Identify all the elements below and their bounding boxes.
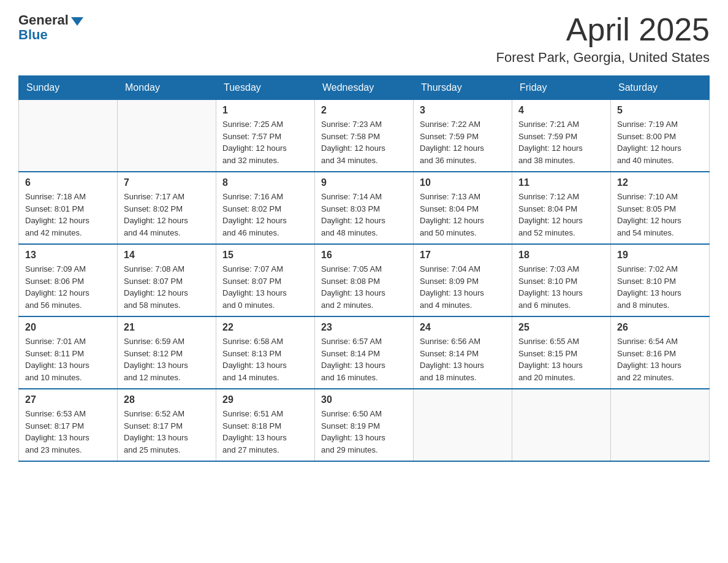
day-number: 2 <box>321 105 407 116</box>
day-number: 22 <box>222 322 308 333</box>
day-info: Sunrise: 7:10 AMSunset: 8:05 PMDaylight:… <box>617 191 703 239</box>
table-row: 26Sunrise: 6:54 AMSunset: 8:16 PMDayligh… <box>611 316 710 389</box>
day-number: 4 <box>518 105 604 116</box>
day-number: 28 <box>124 394 210 405</box>
day-info: Sunrise: 7:08 AMSunset: 8:07 PMDaylight:… <box>124 263 210 311</box>
table-row: 29Sunrise: 6:51 AMSunset: 8:18 PMDayligh… <box>216 389 315 461</box>
day-info: Sunrise: 6:50 AMSunset: 8:19 PMDaylight:… <box>321 408 407 456</box>
day-info: Sunrise: 7:25 AMSunset: 7:57 PMDaylight:… <box>222 118 308 166</box>
table-row: 15Sunrise: 7:07 AMSunset: 8:07 PMDayligh… <box>216 244 315 316</box>
day-number: 13 <box>25 250 111 261</box>
day-info: Sunrise: 7:13 AMSunset: 8:04 PMDaylight:… <box>420 191 506 239</box>
logo: General Blue <box>18 12 83 43</box>
title-block: April 2025 Forest Park, Georgia, United … <box>496 12 710 66</box>
day-info: Sunrise: 7:02 AMSunset: 8:10 PMDaylight:… <box>617 263 703 311</box>
day-number: 26 <box>617 322 703 333</box>
day-info: Sunrise: 7:03 AMSunset: 8:10 PMDaylight:… <box>518 263 604 311</box>
table-row: 23Sunrise: 6:57 AMSunset: 8:14 PMDayligh… <box>315 316 414 389</box>
day-info: Sunrise: 7:22 AMSunset: 7:59 PMDaylight:… <box>420 118 506 166</box>
day-info: Sunrise: 7:14 AMSunset: 8:03 PMDaylight:… <box>321 191 407 239</box>
table-row: 5Sunrise: 7:19 AMSunset: 8:00 PMDaylight… <box>611 100 710 172</box>
calendar-week-row: 1Sunrise: 7:25 AMSunset: 7:57 PMDaylight… <box>19 100 710 172</box>
table-row: 30Sunrise: 6:50 AMSunset: 8:19 PMDayligh… <box>315 389 414 461</box>
page-header: General Blue April 2025 Forest Park, Geo… <box>18 12 710 66</box>
day-info: Sunrise: 7:18 AMSunset: 8:01 PMDaylight:… <box>25 191 111 239</box>
page-title: April 2025 <box>496 12 710 47</box>
day-number: 20 <box>25 322 111 333</box>
day-number: 25 <box>518 322 604 333</box>
page-subtitle: Forest Park, Georgia, United States <box>496 50 710 66</box>
calendar-week-row: 27Sunrise: 6:53 AMSunset: 8:17 PMDayligh… <box>19 389 710 461</box>
table-row: 3Sunrise: 7:22 AMSunset: 7:59 PMDaylight… <box>414 100 512 172</box>
calendar-header-row: Sunday Monday Tuesday Wednesday Thursday… <box>19 76 710 100</box>
table-row <box>512 389 611 461</box>
day-number: 10 <box>420 177 506 188</box>
day-number: 27 <box>25 394 111 405</box>
day-info: Sunrise: 6:53 AMSunset: 8:17 PMDaylight:… <box>25 408 111 456</box>
day-info: Sunrise: 7:04 AMSunset: 8:09 PMDaylight:… <box>420 263 506 311</box>
day-info: Sunrise: 7:17 AMSunset: 8:02 PMDaylight:… <box>124 191 210 239</box>
day-info: Sunrise: 7:16 AMSunset: 8:02 PMDaylight:… <box>222 191 308 239</box>
table-row: 4Sunrise: 7:21 AMSunset: 7:59 PMDaylight… <box>512 100 611 172</box>
table-row: 17Sunrise: 7:04 AMSunset: 8:09 PMDayligh… <box>414 244 512 316</box>
day-number: 9 <box>321 177 407 188</box>
col-sunday: Sunday <box>19 76 118 100</box>
table-row: 27Sunrise: 6:53 AMSunset: 8:17 PMDayligh… <box>19 389 118 461</box>
day-info: Sunrise: 7:12 AMSunset: 8:04 PMDaylight:… <box>518 191 604 239</box>
day-info: Sunrise: 7:07 AMSunset: 8:07 PMDaylight:… <box>222 263 308 311</box>
day-number: 16 <box>321 250 407 261</box>
day-number: 3 <box>420 105 506 116</box>
day-info: Sunrise: 7:23 AMSunset: 7:58 PMDaylight:… <box>321 118 407 166</box>
day-number: 21 <box>124 322 210 333</box>
col-saturday: Saturday <box>611 76 710 100</box>
table-row <box>118 100 216 172</box>
day-number: 1 <box>222 105 308 116</box>
col-thursday: Thursday <box>414 76 512 100</box>
day-number: 17 <box>420 250 506 261</box>
day-number: 24 <box>420 322 506 333</box>
day-number: 19 <box>617 250 703 261</box>
table-row <box>19 100 118 172</box>
day-info: Sunrise: 6:57 AMSunset: 8:14 PMDaylight:… <box>321 335 407 383</box>
table-row: 13Sunrise: 7:09 AMSunset: 8:06 PMDayligh… <box>19 244 118 316</box>
calendar-table: Sunday Monday Tuesday Wednesday Thursday… <box>18 75 710 462</box>
table-row: 14Sunrise: 7:08 AMSunset: 8:07 PMDayligh… <box>118 244 216 316</box>
day-info: Sunrise: 6:58 AMSunset: 8:13 PMDaylight:… <box>222 335 308 383</box>
day-number: 14 <box>124 250 210 261</box>
day-info: Sunrise: 7:01 AMSunset: 8:11 PMDaylight:… <box>25 335 111 383</box>
day-number: 29 <box>222 394 308 405</box>
table-row: 18Sunrise: 7:03 AMSunset: 8:10 PMDayligh… <box>512 244 611 316</box>
day-info: Sunrise: 7:09 AMSunset: 8:06 PMDaylight:… <box>25 263 111 311</box>
day-info: Sunrise: 6:52 AMSunset: 8:17 PMDaylight:… <box>124 408 210 456</box>
day-number: 11 <box>518 177 604 188</box>
day-number: 6 <box>25 177 111 188</box>
day-number: 5 <box>617 105 703 116</box>
table-row: 19Sunrise: 7:02 AMSunset: 8:10 PMDayligh… <box>611 244 710 316</box>
logo-arrow-icon <box>71 17 83 26</box>
day-info: Sunrise: 6:54 AMSunset: 8:16 PMDaylight:… <box>617 335 703 383</box>
table-row: 1Sunrise: 7:25 AMSunset: 7:57 PMDaylight… <box>216 100 315 172</box>
day-info: Sunrise: 7:05 AMSunset: 8:08 PMDaylight:… <box>321 263 407 311</box>
table-row: 12Sunrise: 7:10 AMSunset: 8:05 PMDayligh… <box>611 172 710 244</box>
table-row: 2Sunrise: 7:23 AMSunset: 7:58 PMDaylight… <box>315 100 414 172</box>
table-row: 28Sunrise: 6:52 AMSunset: 8:17 PMDayligh… <box>118 389 216 461</box>
table-row: 11Sunrise: 7:12 AMSunset: 8:04 PMDayligh… <box>512 172 611 244</box>
col-tuesday: Tuesday <box>216 76 315 100</box>
table-row: 10Sunrise: 7:13 AMSunset: 8:04 PMDayligh… <box>414 172 512 244</box>
table-row: 22Sunrise: 6:58 AMSunset: 8:13 PMDayligh… <box>216 316 315 389</box>
day-number: 30 <box>321 394 407 405</box>
table-row: 8Sunrise: 7:16 AMSunset: 8:02 PMDaylight… <box>216 172 315 244</box>
table-row <box>611 389 710 461</box>
logo-blue-text: Blue <box>18 27 48 43</box>
col-wednesday: Wednesday <box>315 76 414 100</box>
day-info: Sunrise: 7:21 AMSunset: 7:59 PMDaylight:… <box>518 118 604 166</box>
day-info: Sunrise: 6:55 AMSunset: 8:15 PMDaylight:… <box>518 335 604 383</box>
day-info: Sunrise: 6:56 AMSunset: 8:14 PMDaylight:… <box>420 335 506 383</box>
logo-general-text: General <box>18 12 69 28</box>
table-row: 24Sunrise: 6:56 AMSunset: 8:14 PMDayligh… <box>414 316 512 389</box>
table-row: 16Sunrise: 7:05 AMSunset: 8:08 PMDayligh… <box>315 244 414 316</box>
day-number: 7 <box>124 177 210 188</box>
calendar-week-row: 6Sunrise: 7:18 AMSunset: 8:01 PMDaylight… <box>19 172 710 244</box>
day-number: 12 <box>617 177 703 188</box>
day-number: 18 <box>518 250 604 261</box>
